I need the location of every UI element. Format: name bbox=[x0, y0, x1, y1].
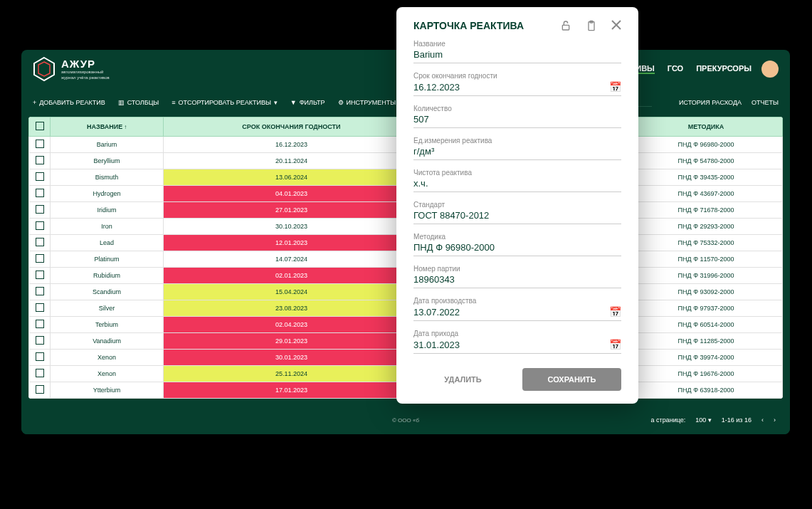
copyright: © ООО «б bbox=[392, 417, 419, 424]
row-checkbox[interactable] bbox=[29, 235, 51, 251]
close-icon[interactable] bbox=[611, 20, 621, 31]
cell-expiry: 02.04.2023 bbox=[164, 317, 419, 333]
cell-name: Lead bbox=[51, 235, 164, 251]
per-page-label: а странице: bbox=[651, 416, 686, 424]
reports-link[interactable]: ОТЧЕТЫ bbox=[752, 99, 779, 106]
cell-expiry: 12.01.2023 bbox=[164, 235, 419, 251]
logo: АЖУР автоматизированный журнал учёта реа… bbox=[33, 56, 110, 82]
sort-icon: ≡ bbox=[172, 99, 175, 106]
row-checkbox[interactable] bbox=[29, 333, 51, 350]
logo-icon bbox=[33, 56, 56, 82]
field-expiry[interactable]: Срок окончания годности 16.12.2023📅 bbox=[413, 72, 621, 96]
col-method[interactable]: МЕТОДИКА bbox=[630, 117, 783, 137]
app-title: АЖУР bbox=[61, 58, 110, 70]
field-qty[interactable]: Количество 507 bbox=[413, 105, 621, 128]
clipboard-icon[interactable] bbox=[586, 20, 597, 31]
card-header: КАРТОЧКА РЕАКТИВА bbox=[413, 20, 621, 31]
cell-expiry: 29.01.2023 bbox=[164, 333, 419, 350]
nav-tabs: ТИВЫ ГСО ПРЕКУРСОРЫ bbox=[631, 64, 752, 74]
row-checkbox[interactable] bbox=[29, 137, 51, 153]
card-title: КАРТОЧКА РЕАКТИВА bbox=[413, 20, 524, 31]
row-checkbox[interactable] bbox=[29, 382, 51, 399]
tab-precursors[interactable]: ПРЕКУРСОРЫ bbox=[696, 64, 752, 74]
svg-marker-0 bbox=[34, 58, 54, 80]
cell-method: ПНД Ф 39435-2000 bbox=[630, 169, 783, 186]
field-standard[interactable]: Стандарт ГОСТ 88470-2012 bbox=[413, 201, 621, 224]
field-production-date[interactable]: Дата производства 13.07.2022📅 bbox=[413, 297, 621, 321]
row-checkbox[interactable] bbox=[29, 219, 51, 235]
cell-method: ПНД Ф 93092-2000 bbox=[630, 284, 783, 300]
chevron-down-icon: ▾ bbox=[274, 99, 278, 106]
row-checkbox[interactable] bbox=[29, 169, 51, 186]
row-checkbox[interactable] bbox=[29, 186, 51, 202]
cell-expiry: 30.01.2023 bbox=[164, 350, 419, 366]
row-checkbox[interactable] bbox=[29, 251, 51, 268]
cell-name: Silver bbox=[51, 300, 164, 317]
row-checkbox[interactable] bbox=[29, 350, 51, 366]
app-subtitle2: журнал учёта реактивов bbox=[61, 75, 110, 80]
filter-button[interactable]: ▼ФИЛЬТР bbox=[290, 99, 325, 106]
row-checkbox[interactable] bbox=[29, 268, 51, 284]
col-name[interactable]: НАЗВАНИЕ↑ bbox=[51, 117, 164, 137]
footer: © ООО «б а странице: 100 ▾ 1-16 из 16 ‹ … bbox=[21, 406, 790, 434]
lock-icon[interactable] bbox=[560, 20, 571, 31]
calendar-icon[interactable]: 📅 bbox=[609, 339, 621, 350]
sort-asc-icon: ↑ bbox=[124, 124, 127, 130]
app-subtitle1: автоматизированный bbox=[61, 70, 110, 75]
rt-links: ИСТОРИЯ РАСХОДА ОТЧЕТЫ bbox=[679, 99, 779, 106]
row-checkbox[interactable] bbox=[29, 366, 51, 382]
columns-icon: ▥ bbox=[118, 99, 125, 106]
row-checkbox[interactable] bbox=[29, 284, 51, 300]
delete-button[interactable]: УДАЛИТЬ bbox=[413, 368, 512, 391]
add-reagent-button[interactable]: +ДОБАВИТЬ РЕАКТИВ bbox=[33, 99, 105, 106]
field-name[interactable]: Название Barium bbox=[413, 40, 621, 63]
tab-gso[interactable]: ГСО bbox=[668, 64, 683, 74]
cell-name: Platinum bbox=[51, 251, 164, 268]
cell-method: ПНД Ф 97937-2000 bbox=[630, 300, 783, 317]
cell-expiry: 20.11.2024 bbox=[164, 153, 419, 169]
plus-icon: + bbox=[33, 99, 36, 106]
cell-method: ПНД Ф 43697-2000 bbox=[630, 186, 783, 202]
cell-method: ПНД Ф 31996-2000 bbox=[630, 268, 783, 284]
columns-button[interactable]: ▥СТОЛБЦЫ bbox=[118, 99, 159, 106]
cell-expiry: 30.10.2023 bbox=[164, 219, 419, 235]
cell-method: ПНД Ф 75332-2000 bbox=[630, 235, 783, 251]
cell-name: Xenon bbox=[51, 366, 164, 382]
prev-page-button[interactable]: ‹ bbox=[761, 416, 764, 424]
field-method[interactable]: Методика ПНД Ф 96980-2000 bbox=[413, 233, 621, 256]
svg-rect-2 bbox=[562, 25, 569, 30]
card-actions: УДАЛИТЬ СОХРАНИТЬ bbox=[413, 368, 621, 391]
col-expiry[interactable]: СРОК ОКОНЧАНИЯ ГОДНОСТИ bbox=[164, 117, 419, 137]
page-range: 1-16 из 16 bbox=[722, 416, 752, 424]
cell-name: Barium bbox=[51, 137, 164, 153]
field-batch[interactable]: Номер партии 18960343 bbox=[413, 265, 621, 288]
history-link[interactable]: ИСТОРИЯ РАСХОДА bbox=[679, 99, 742, 106]
row-checkbox[interactable] bbox=[29, 153, 51, 169]
cell-expiry: 02.01.2023 bbox=[164, 268, 419, 284]
sort-button[interactable]: ≡ОТСОРТИРОВАТЬ РЕАКТИВЫ▾ bbox=[172, 99, 278, 106]
calendar-icon[interactable]: 📅 bbox=[609, 81, 621, 93]
row-checkbox[interactable] bbox=[29, 202, 51, 219]
per-page-select[interactable]: 100 ▾ bbox=[695, 416, 712, 424]
cell-name: Vanadium bbox=[51, 333, 164, 350]
cell-name: Iron bbox=[51, 219, 164, 235]
calendar-icon[interactable]: 📅 bbox=[609, 306, 621, 318]
tools-button[interactable]: ⚙ИНСТРУМЕНТЫ bbox=[338, 99, 396, 106]
field-purity[interactable]: Чистота реактива х.ч. bbox=[413, 169, 621, 192]
cell-method: ПНД Ф 60514-2000 bbox=[630, 317, 783, 333]
next-page-button[interactable]: › bbox=[774, 416, 776, 424]
row-checkbox[interactable] bbox=[29, 317, 51, 333]
cell-name: Terbium bbox=[51, 317, 164, 333]
row-checkbox[interactable] bbox=[29, 300, 51, 317]
save-button[interactable]: СОХРАНИТЬ bbox=[522, 368, 621, 391]
avatar[interactable] bbox=[761, 61, 779, 78]
cell-name: Beryllium bbox=[51, 153, 164, 169]
field-unit[interactable]: Ед.измерения реактива г/дм³ bbox=[413, 137, 621, 160]
cell-expiry: 27.01.2023 bbox=[164, 202, 419, 219]
field-arrival-date[interactable]: Дата прихода 31.01.2023📅 bbox=[413, 330, 621, 354]
cell-method: ПНД Ф 63918-2000 bbox=[630, 382, 783, 399]
cell-name: Rubidium bbox=[51, 268, 164, 284]
cell-expiry: 17.01.2023 bbox=[164, 382, 419, 399]
col-checkbox[interactable] bbox=[29, 117, 51, 137]
cell-method: ПНД Ф 39974-2000 bbox=[630, 350, 783, 366]
